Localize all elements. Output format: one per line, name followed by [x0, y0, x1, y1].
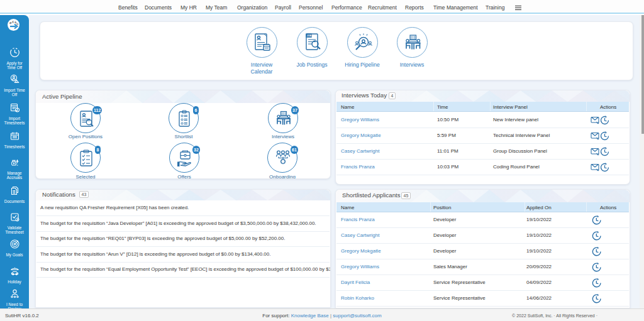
svg-text:MENU: MENU — [9, 20, 19, 26]
svg-text:JOB: JOB — [306, 35, 311, 37]
